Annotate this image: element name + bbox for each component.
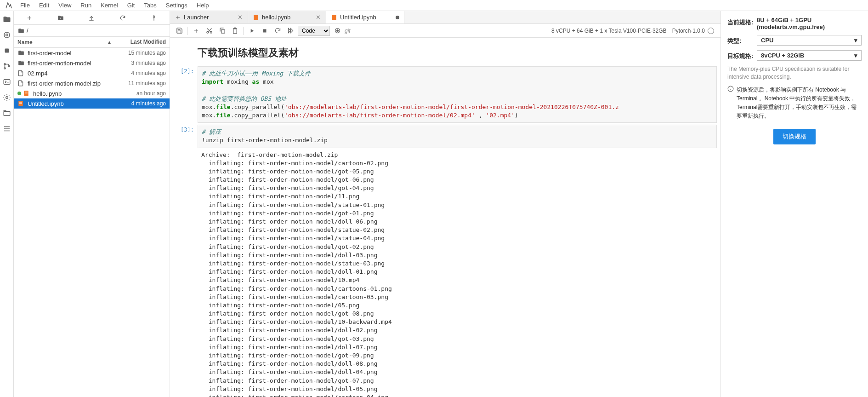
menu-edit[interactable]: Edit bbox=[34, 0, 54, 10]
running-dot-icon bbox=[17, 92, 21, 95]
toc-icon[interactable] bbox=[2, 124, 11, 133]
markdown-heading[interactable]: 下载预训练模型及素材 bbox=[198, 46, 720, 60]
menu-git[interactable]: Git bbox=[123, 0, 140, 10]
target-spec-select[interactable]: 8vCPU + 32GiB ▾ bbox=[757, 50, 862, 61]
resource-spec: 8 vCPU + 64 GiB + 1 x Tesla V100-PCIE-32… bbox=[548, 28, 670, 34]
refresh-icon[interactable] bbox=[118, 13, 127, 23]
col-modified[interactable]: Last Modified bbox=[114, 37, 170, 47]
tab[interactable]: hello.ipynb✕ bbox=[248, 11, 326, 23]
chevron-down-icon: ▾ bbox=[854, 52, 857, 59]
file-type-icon bbox=[17, 69, 25, 77]
svg-rect-2 bbox=[5, 49, 9, 53]
kernel-status-icon[interactable] bbox=[708, 28, 714, 34]
file-list: first-order-model15 minutes agofirst-ord… bbox=[14, 48, 170, 397]
code-cell[interactable]: [3]: # 解压 !unzip first-order-motion-mode… bbox=[174, 125, 717, 397]
target-spec-label: 目标规格: bbox=[727, 50, 757, 60]
notebook-body[interactable]: 下载预训练模型及素材 [2]: # 此处牛刀小试——用 Moxing 下载文件 … bbox=[170, 38, 720, 397]
git-clone-icon[interactable] bbox=[149, 13, 159, 23]
svg-rect-22 bbox=[263, 29, 267, 32]
run-icon[interactable] bbox=[246, 25, 257, 36]
type-select[interactable]: CPU ▾ bbox=[757, 35, 862, 46]
breadcrumb-path: / bbox=[27, 27, 28, 34]
svg-rect-8 bbox=[4, 111, 10, 115]
interrupt-icon[interactable] bbox=[259, 25, 270, 36]
file-modified: 4 minutes ago bbox=[131, 100, 166, 107]
menu-kernel[interactable]: Kernel bbox=[96, 0, 123, 10]
svg-rect-13 bbox=[19, 102, 22, 103]
warning-text: 切换资源后，将影响实例下所有 Notebook 与 Terminal 。Note… bbox=[737, 86, 862, 121]
new-folder-icon[interactable] bbox=[56, 13, 65, 23]
activity-bar bbox=[0, 11, 14, 397]
file-toolbar bbox=[14, 11, 170, 25]
file-type-icon bbox=[17, 60, 25, 66]
restart-icon[interactable] bbox=[272, 25, 283, 36]
sync-icon[interactable] bbox=[332, 25, 343, 36]
target-icon[interactable] bbox=[2, 30, 11, 40]
type-label: 类型: bbox=[727, 35, 757, 45]
file-row[interactable]: first-order-model15 minutes ago bbox=[14, 48, 170, 58]
folder-open-icon[interactable] bbox=[2, 15, 11, 24]
commands-icon[interactable] bbox=[2, 77, 11, 86]
sort-asc-icon[interactable]: ▴ bbox=[108, 39, 111, 46]
kernel-name[interactable]: Pytorch-1.0.0 bbox=[672, 28, 705, 34]
menu-run[interactable]: Run bbox=[76, 0, 96, 10]
col-name[interactable]: Name bbox=[17, 39, 33, 46]
restart-run-all-icon[interactable] bbox=[285, 25, 296, 36]
file-name: hello.ipynb bbox=[33, 90, 136, 97]
svg-point-4 bbox=[4, 68, 6, 69]
cell-type-select[interactable]: Code bbox=[298, 26, 330, 36]
file-name: Untitled.ipynb bbox=[28, 100, 131, 107]
tab[interactable]: Launcher✕ bbox=[170, 11, 248, 23]
file-row[interactable]: Untitled.ipynb4 minutes ago bbox=[14, 98, 170, 109]
file-modified: 11 minutes ago bbox=[128, 80, 166, 86]
chevron-down-icon: ▾ bbox=[854, 37, 857, 44]
code-input[interactable]: # 此处牛刀小试——用 Moxing 下载文件 import moxing as… bbox=[198, 66, 717, 123]
switch-spec-button[interactable]: 切换规格 bbox=[773, 129, 816, 144]
code-input[interactable]: # 解压 !unzip first-order-motion-model.zip bbox=[198, 125, 717, 148]
cut-icon[interactable] bbox=[204, 25, 215, 36]
code-cell[interactable]: [2]: # 此处牛刀小试——用 Moxing 下载文件 import moxi… bbox=[174, 66, 717, 123]
upload-icon[interactable] bbox=[87, 13, 96, 23]
file-modified: 3 minutes ago bbox=[131, 60, 166, 66]
file-header: Name▴ Last Modified bbox=[14, 37, 170, 48]
tab-bar: Launcher✕hello.ipynb✕Untitled.ipynb bbox=[170, 11, 720, 24]
new-launcher-icon[interactable] bbox=[25, 13, 34, 23]
menu-help[interactable]: Help bbox=[192, 0, 214, 10]
tab-icon bbox=[253, 14, 259, 21]
menu-bar: File Edit View Run Kernel Git Tabs Setti… bbox=[0, 0, 868, 11]
svg-point-7 bbox=[6, 97, 8, 99]
spec-description: The Memory-plus CPU specification is sui… bbox=[727, 65, 862, 81]
menu-tabs[interactable]: Tabs bbox=[139, 0, 161, 10]
menu-settings[interactable]: Settings bbox=[161, 0, 192, 10]
save-icon[interactable] bbox=[174, 25, 185, 36]
git-label[interactable]: git bbox=[345, 25, 351, 36]
file-row[interactable]: first-order-motion-model.zip11 minutes a… bbox=[14, 78, 170, 88]
running-icon[interactable] bbox=[2, 46, 11, 55]
git-icon[interactable] bbox=[2, 62, 11, 71]
cell-output: Archive: first-order-motion-model.zip in… bbox=[198, 148, 717, 397]
breadcrumb[interactable]: / bbox=[14, 25, 170, 37]
file-row[interactable]: hello.ipynban hour ago bbox=[14, 88, 170, 98]
svg-rect-6 bbox=[4, 80, 10, 85]
extension-icon[interactable] bbox=[2, 93, 11, 102]
svg-point-0 bbox=[4, 32, 10, 38]
tab[interactable]: Untitled.ipynb bbox=[326, 11, 404, 23]
close-icon[interactable]: ✕ bbox=[237, 14, 243, 21]
menu-file[interactable]: File bbox=[16, 0, 34, 10]
insert-cell-icon[interactable] bbox=[191, 25, 202, 36]
file-name: first-order-motion-model.zip bbox=[28, 80, 128, 87]
file-type-icon bbox=[17, 50, 25, 56]
paste-icon[interactable] bbox=[229, 25, 240, 36]
svg-rect-14 bbox=[19, 103, 22, 104]
close-icon[interactable]: ✕ bbox=[315, 14, 321, 21]
file-name: first-order-motion-model bbox=[28, 60, 131, 67]
file-row[interactable]: first-order-motion-model3 minutes ago bbox=[14, 58, 170, 68]
copy-icon[interactable] bbox=[216, 25, 227, 36]
current-spec-value: 8U + 64GiB + 1GPU (modelarts.vm.gpu.free… bbox=[757, 17, 862, 30]
cell-prompt: [3]: bbox=[174, 125, 198, 397]
unsaved-dot-icon[interactable] bbox=[396, 16, 399, 19]
tab-icon bbox=[175, 14, 181, 21]
menu-view[interactable]: View bbox=[54, 0, 76, 10]
file-row[interactable]: 02.mp44 minutes ago bbox=[14, 68, 170, 78]
tabs-icon[interactable] bbox=[2, 109, 11, 118]
